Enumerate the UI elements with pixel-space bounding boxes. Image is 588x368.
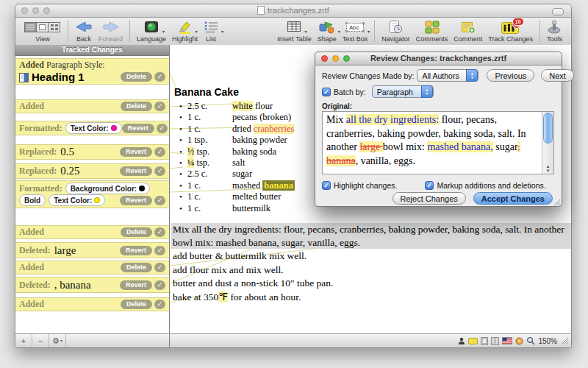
highlight-swatch-icon[interactable] bbox=[468, 338, 478, 344]
ingredient-name: baking soda bbox=[232, 146, 276, 158]
highlight-changes-checkbox[interactable]: ✓ bbox=[322, 181, 331, 190]
tracked-changes-list: Added Paragraph Style:Heading 1Delete✓Ad… bbox=[15, 56, 169, 334]
change-type-label: Formatted: bbox=[19, 183, 62, 194]
text-segment: 2.5 c. bbox=[187, 101, 207, 111]
dialog-body: Review Changes Made by: All Authors ▲▼ P… bbox=[315, 66, 562, 207]
resize-grip-icon[interactable] bbox=[560, 334, 569, 347]
change-entry-value-row: Heading 1Delete✓ bbox=[19, 71, 165, 83]
toolbar-shape-button[interactable]: ▾Shape bbox=[318, 19, 337, 43]
tracked-change-entry[interactable]: Added Paragraph Style:Heading 1Delete✓ bbox=[15, 58, 169, 85]
delete-change-button[interactable]: Delete bbox=[121, 227, 152, 237]
accept-change-button[interactable]: ✓ bbox=[154, 166, 165, 176]
next-button[interactable]: Next bbox=[541, 69, 574, 82]
zoom-level-label[interactable]: 150% bbox=[538, 337, 557, 345]
remove-button[interactable]: − bbox=[32, 334, 49, 347]
selected-paragraph: Mix all the dry ingredients: flour, peca… bbox=[171, 223, 571, 249]
revert-change-button[interactable]: Revert bbox=[120, 280, 152, 290]
toolbar-toggle-button[interactable] bbox=[552, 8, 564, 15]
tracked-change-entry[interactable]: Formatted:Background Color:BoldText Colo… bbox=[15, 180, 169, 208]
accept-change-button[interactable]: ✓ bbox=[154, 72, 165, 82]
batch-by-popup[interactable]: Paragraph ▲▼ bbox=[372, 85, 434, 98]
accept-change-button[interactable]: ✓ bbox=[154, 263, 165, 272]
previous-button[interactable]: Previous bbox=[487, 69, 534, 82]
tracked-change-entry[interactable]: Replaced:0.5Revert✓ bbox=[15, 144, 169, 160]
toolbar-back-button[interactable]: Back bbox=[75, 19, 93, 43]
us-flag-icon[interactable] bbox=[502, 337, 512, 344]
tracked-change-entry[interactable]: Formatted:Text Color:Revert✓ bbox=[15, 121, 169, 135]
batch-by-checkbox[interactable]: ✓ bbox=[322, 88, 331, 96]
add-button[interactable]: + bbox=[15, 334, 32, 347]
authors-popup[interactable]: All Authors ▲▼ bbox=[417, 69, 478, 82]
accept-change-button[interactable]: ✓ bbox=[154, 280, 165, 290]
resize-grip-icon[interactable] bbox=[553, 198, 561, 206]
original-text-segment: all the dry ingredients: bbox=[346, 114, 439, 125]
toolbar-comment-button[interactable]: Comment bbox=[453, 19, 482, 43]
toolbar-comments-button[interactable]: Comments bbox=[416, 19, 448, 43]
toolbar-view-button[interactable]: View bbox=[24, 19, 61, 43]
tracked-change-entry[interactable]: Deleted:largeRevert✓ bbox=[15, 242, 169, 258]
delete-change-button[interactable]: Delete bbox=[121, 102, 152, 111]
toolbar-insert-table-button[interactable]: ▾Insert Table bbox=[277, 19, 311, 43]
dialog-close-button[interactable] bbox=[321, 55, 328, 62]
revert-change-button[interactable]: Revert bbox=[120, 246, 152, 255]
accept-change-button[interactable]: ✓ bbox=[157, 124, 168, 133]
main-titlebar[interactable]: trackchanges.zrtf bbox=[15, 4, 571, 18]
change-entry-actions: Delete✓ bbox=[121, 102, 165, 111]
facing-pages-icon[interactable] bbox=[491, 337, 499, 345]
revert-change-button[interactable]: Revert bbox=[120, 147, 152, 157]
single-page-icon[interactable] bbox=[481, 337, 488, 345]
list-icon: ▾ bbox=[204, 19, 218, 35]
accept-change-button[interactable]: ✓ bbox=[154, 102, 165, 111]
bullet-icon: • bbox=[179, 147, 187, 156]
accept-change-button[interactable]: ✓ bbox=[154, 147, 165, 157]
gear-menu-button[interactable]: ⚙▾ bbox=[49, 334, 66, 347]
toolbar-forward-button[interactable]: Forward bbox=[98, 19, 123, 43]
toolbar-separator bbox=[539, 20, 540, 42]
text-segment: add butter & buttermilk mix well. bbox=[173, 250, 306, 261]
accept-changes-button[interactable]: Accept Changes bbox=[473, 192, 553, 205]
dialog-zoom-button[interactable] bbox=[343, 55, 350, 62]
scrollbar-thumb[interactable] bbox=[543, 113, 553, 144]
tracked-change-entry[interactable]: AddedDelete✓ bbox=[15, 225, 169, 239]
dialog-titlebar[interactable]: Review Changes: trackchanges.zrtf bbox=[315, 52, 562, 66]
toolbar-track-changes-button[interactable]: 1010Track Changes bbox=[488, 19, 533, 43]
toolbar-text-box-button[interactable]: Abc▾Text Box bbox=[343, 19, 368, 43]
accept-change-button[interactable]: ✓ bbox=[154, 300, 165, 309]
revert-change-button[interactable]: Revert bbox=[120, 196, 152, 205]
tracked-change-entry[interactable]: AddedDelete✓ bbox=[15, 297, 169, 311]
accept-change-button[interactable]: ✓ bbox=[154, 246, 165, 255]
reject-changes-button[interactable]: Reject Changes bbox=[392, 192, 466, 205]
toolbar-navigator-button[interactable]: Navigator bbox=[381, 19, 410, 43]
delete-change-button[interactable]: Delete bbox=[121, 263, 152, 272]
tracked-change-entry[interactable]: Deleted:, bananaRevert✓ bbox=[15, 277, 169, 293]
change-detail-label: Paragraph Style: bbox=[46, 60, 105, 71]
forward-icon bbox=[102, 19, 120, 35]
dialog-minimize-button[interactable] bbox=[332, 55, 339, 62]
tracked-change-entry[interactable]: AddedDelete✓ bbox=[15, 261, 169, 275]
toolbar-tools-button[interactable]: Tools bbox=[547, 19, 562, 43]
markup-checkbox[interactable]: ✓ bbox=[425, 181, 434, 190]
svg-text:Abc: Abc bbox=[349, 24, 359, 31]
delete-change-button[interactable]: Delete bbox=[121, 300, 152, 309]
tracked-change-entry[interactable]: AddedDelete✓ bbox=[15, 99, 169, 113]
change-value: large bbox=[54, 244, 76, 257]
ingredient-name: melted butter bbox=[232, 191, 281, 202]
zoom-magnifier-icon[interactable] bbox=[526, 336, 535, 345]
author-icon[interactable] bbox=[458, 337, 465, 345]
toolbar-language-button[interactable]: ▾Language bbox=[137, 19, 166, 43]
revert-change-button[interactable]: Revert bbox=[122, 124, 154, 133]
style-badge-icon[interactable] bbox=[515, 337, 523, 345]
delete-change-button[interactable]: Delete bbox=[121, 72, 152, 82]
toolbar-highlight-button[interactable]: ▾Highlight bbox=[172, 19, 198, 43]
scrollbar-arrows-icon[interactable]: ▲▼ bbox=[542, 164, 553, 173]
original-text-box[interactable]: Mix all the dry ingredients: flour, peca… bbox=[322, 111, 554, 174]
highlight-changes-option: ✓ Highlight changes. bbox=[322, 181, 397, 190]
toolbar-list-button[interactable]: ▾List bbox=[204, 19, 218, 43]
revert-change-button[interactable]: Revert bbox=[120, 166, 152, 176]
tracked-change-entry[interactable]: Replaced:0.25Revert✓ bbox=[15, 163, 169, 179]
accept-change-button[interactable]: ✓ bbox=[154, 196, 165, 205]
document-proxy-icon[interactable] bbox=[257, 6, 265, 15]
accept-change-button[interactable]: ✓ bbox=[154, 227, 165, 237]
navigator-icon bbox=[388, 19, 403, 35]
scrollbar[interactable]: ▲▼ bbox=[542, 112, 553, 174]
